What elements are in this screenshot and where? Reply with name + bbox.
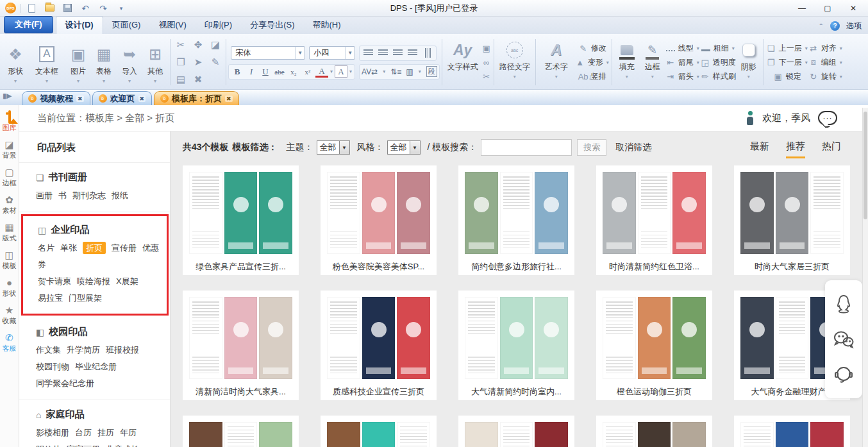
char-style-icon[interactable]: A	[335, 65, 347, 78]
category-升学简历[interactable]: 升学简历	[67, 345, 100, 355]
category-门型展架[interactable]: 门型展架	[69, 293, 102, 303]
message-bubble-icon[interactable]: ···	[818, 111, 837, 125]
panel-expand-icon[interactable]: ▮▶	[3, 92, 12, 100]
cut-icon[interactable]: ✂	[172, 39, 189, 51]
menu-tab-印刷(P)[interactable]: 印刷(P)	[196, 17, 241, 34]
paste-icon[interactable]: ▤	[172, 74, 189, 85]
align-left-icon[interactable]	[362, 47, 375, 58]
italic-icon[interactable]: I	[245, 65, 258, 78]
category-宣传册[interactable]: 宣传册	[112, 243, 137, 253]
template-card[interactable]: 橙色运动瑜伽三折页	[596, 291, 712, 400]
font-color-icon[interactable]: A	[315, 65, 328, 78]
align-center-icon[interactable]	[376, 47, 390, 58]
subscript-icon[interactable]: x₂	[287, 65, 300, 78]
导入-button[interactable]: ➥导入▾	[117, 41, 142, 84]
category-单张[interactable]: 单张	[60, 243, 77, 253]
menu-tab-文件(F)[interactable]: 文件(F)	[4, 16, 53, 33]
形状-button[interactable]: ❖形状▾	[3, 41, 28, 84]
category-毕业纪念册[interactable]: 毕业纪念册	[75, 362, 117, 371]
template-search-input[interactable]	[481, 139, 572, 156]
template-card[interactable]: 时尚清新简约红色卫浴...	[596, 165, 712, 275]
下一层-button[interactable]: ❐下一层▾	[766, 56, 808, 69]
maximize-button[interactable]: ▢	[823, 4, 832, 13]
sidebar-item-客服[interactable]: ✆客服	[3, 333, 17, 353]
锁定-button[interactable]: ▣锁定	[773, 71, 801, 83]
sidebar-item-形状[interactable]: ●形状	[3, 278, 17, 298]
category-校园刊物[interactable]: 校园刊物	[36, 362, 69, 371]
vertical-text-align-icon[interactable]	[421, 47, 434, 58]
图片-button[interactable]: ▣图片▾	[65, 41, 91, 84]
编组-button[interactable]: ⧈编组▾	[808, 56, 843, 69]
breadcrumb[interactable]: 当前位置：模板库 > 全部 > 折页	[37, 112, 174, 124]
sort-热门[interactable]: 热门	[822, 140, 841, 158]
copy-icon[interactable]: ❐	[172, 56, 189, 68]
category-喷绘海报[interactable]: 喷绘海报	[77, 276, 110, 286]
doc-tab-模板库：折页[interactable]: D模板库：折页✖	[154, 91, 239, 105]
template-card[interactable]	[596, 416, 712, 447]
align-right-icon[interactable]	[391, 47, 405, 58]
cancel-filter-button[interactable]: 取消筛选	[615, 142, 651, 153]
填充-button[interactable]: 填充▾	[614, 37, 640, 88]
picture-tool-icon[interactable]: ◪	[207, 39, 224, 51]
close-tab-icon[interactable]: ✖	[225, 96, 233, 102]
menu-tab-页面(G)[interactable]: 页面(G)	[103, 17, 150, 34]
template-card[interactable]: 简约创意多边形旅行社...	[458, 165, 574, 275]
阴影-button[interactable]: 阴影▾	[736, 37, 762, 88]
theme-select[interactable]: 全部 ▼	[317, 140, 350, 155]
箭尾-button[interactable]: ⇤箭尾▾	[665, 56, 700, 69]
template-card[interactable]	[458, 416, 574, 447]
template-card[interactable]: 大气清新简约时尚室内...	[458, 291, 574, 400]
doc-tab-欢迎页[interactable]: D欢迎页✖	[92, 91, 153, 105]
template-card[interactable]	[734, 416, 850, 447]
save-icon[interactable]	[62, 3, 73, 14]
category-儿童成长[interactable]: 儿童成长	[106, 444, 139, 447]
category-明信片[interactable]: 明信片	[36, 444, 61, 447]
bold-icon[interactable]: B	[231, 65, 244, 78]
template-card[interactable]	[183, 416, 299, 447]
close-tab-icon[interactable]: ✖	[76, 96, 84, 102]
sidebar-item-背景[interactable]: ◪背景	[3, 140, 17, 160]
open-folder-icon[interactable]	[44, 3, 55, 14]
边框-button[interactable]: ✎边框▾	[640, 37, 665, 88]
qq-icon[interactable]	[833, 293, 855, 315]
template-card[interactable]: 质感科技企业宣传三折页	[321, 291, 437, 400]
font-family-select[interactable]: 宋体▼	[231, 46, 305, 60]
sidebar-item-版式[interactable]: ▦版式	[3, 223, 17, 243]
category-报纸[interactable]: 报纸	[112, 190, 128, 200]
menu-tab-视图(V)[interactable]: 视图(V)	[149, 17, 195, 34]
category-易拉宝[interactable]: 易拉宝	[38, 293, 63, 303]
category-画册[interactable]: 画册	[36, 190, 53, 200]
close-tab-icon[interactable]: ✖	[138, 96, 146, 102]
char-spacing-icon[interactable]: AV⇄	[362, 67, 378, 76]
路径文字-button[interactable]: abc路径文字▾	[496, 37, 533, 88]
font-size-select[interactable]: 小四▼	[309, 46, 355, 60]
help-icon[interactable]: ?	[830, 21, 840, 31]
箭头-button[interactable]: ⇥箭头▾	[665, 71, 700, 83]
search-button[interactable]: 搜索	[577, 139, 606, 156]
category-影楼相册[interactable]: 影楼相册	[36, 428, 69, 437]
上一层-button[interactable]: ❏上一层▾	[766, 42, 808, 55]
sidebar-item-图库[interactable]: 图库	[3, 112, 17, 133]
select-icon[interactable]: ➤	[190, 56, 206, 68]
collapse-ribbon-icon[interactable]: ⌃	[819, 22, 824, 30]
表格-button[interactable]: ▦表格▾	[91, 41, 117, 84]
pan-icon[interactable]: ✥	[190, 39, 206, 51]
sidebar-item-收藏[interactable]: ★收藏	[3, 305, 17, 326]
edit-points-icon[interactable]: ✎	[207, 56, 224, 68]
redo-icon[interactable]: ↷	[97, 3, 109, 14]
变形-button[interactable]: ▲变形▾	[575, 56, 610, 69]
line-spacing-icon[interactable]: ⇅≡	[390, 67, 401, 76]
category-贺卡请柬[interactable]: 贺卡请柬	[38, 276, 71, 286]
sort-最新[interactable]: 最新	[750, 140, 769, 158]
样式刷-button[interactable]: ✏样式刷	[700, 71, 736, 83]
wechat-icon[interactable]	[833, 328, 855, 350]
doc-tab-视频教程[interactable]: D视频教程✖	[22, 91, 90, 105]
category-挂历[interactable]: 挂历	[97, 428, 114, 437]
menu-tab-分享导出(S)[interactable]: 分享导出(S)	[241, 17, 303, 34]
category-班报校报[interactable]: 班报校报	[106, 345, 139, 355]
template-card[interactable]: 粉色美容院美容美体SP...	[321, 165, 437, 275]
superscript-icon[interactable]: x²	[301, 65, 314, 78]
线型-button[interactable]: 线型▾	[665, 42, 700, 55]
文本框-button[interactable]: A文本框▾	[28, 41, 65, 84]
style-select[interactable]: 全部 ▼	[387, 140, 421, 155]
